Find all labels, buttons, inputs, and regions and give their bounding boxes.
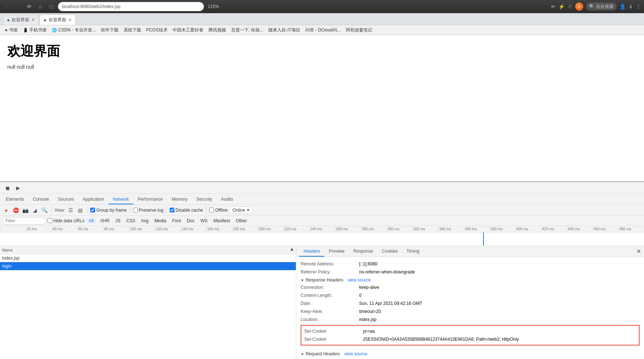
request-row-index[interactable]: index.jsp <box>0 254 296 262</box>
devtools-tab-application[interactable]: Application <box>78 195 109 204</box>
location-value: index.jsp <box>359 316 376 323</box>
filter-other[interactable]: Other <box>234 218 249 224</box>
tab-label-2: 欢迎界面 <box>49 17 66 23</box>
ruler-mark-400: 400 ms <box>515 226 541 232</box>
detail-tab-preview[interactable]: Preview <box>324 246 349 257</box>
preserve-log-checkbox[interactable] <box>133 208 138 212</box>
disable-cache-label[interactable]: Disable cache <box>170 208 203 213</box>
devtools-tab-console[interactable]: Console <box>29 195 53 204</box>
devtools-dock-button[interactable]: ◼ <box>3 183 12 193</box>
ruler-mark-480: 480 ms <box>618 226 644 232</box>
devtools-tab-performance[interactable]: Performance <box>133 195 167 204</box>
filter-manifest[interactable]: Manifest <box>211 218 232 224</box>
tab-favicon-1: ● <box>7 18 10 23</box>
star-icon[interactable]: ✏ <box>551 4 556 10</box>
disable-cache-checkbox[interactable] <box>170 208 174 212</box>
devtools: ◼ ▶ Elements Console Sources Application… <box>0 181 644 359</box>
devtools-tab-memory[interactable]: Memory <box>167 195 192 204</box>
bookmark-item-1[interactable]: ★ 书签 <box>2 26 20 34</box>
hide-data-urls-label[interactable]: Hide data URLs <box>48 218 84 223</box>
filter-button[interactable]: ◢ <box>31 206 39 214</box>
offline-label[interactable]: Offline <box>209 208 227 213</box>
filter-js[interactable]: JS <box>113 218 123 224</box>
resize-handle[interactable] <box>294 246 296 359</box>
request-headers-view-source[interactable]: view source <box>344 351 367 356</box>
bookmark-item-12[interactable]: 阿初放窗笔记 <box>344 26 374 34</box>
forward-button[interactable]: → <box>14 2 23 11</box>
detail-tab-response[interactable]: Response <box>349 246 377 257</box>
settings-icon[interactable]: ⋮ <box>636 4 641 10</box>
reload-button[interactable]: ⟳ <box>25 2 34 11</box>
detail-tab-timing[interactable]: Timing <box>402 246 424 257</box>
hide-data-urls-checkbox[interactable] <box>48 218 52 223</box>
devtools-tab-security[interactable]: Security <box>192 195 216 204</box>
connection-key: Connection: <box>301 284 359 291</box>
devtools-tab-sources[interactable]: Sources <box>53 195 78 204</box>
back-button[interactable]: ← <box>3 2 12 11</box>
request-headers-arrow[interactable]: ▼ <box>301 352 304 356</box>
filter-xhr[interactable]: XHR <box>98 218 112 224</box>
bookmark-item-4[interactable]: 软件下载 <box>99 26 121 34</box>
devtools-inspect-button[interactable]: ▶ <box>13 183 23 193</box>
filter-media[interactable]: Media <box>152 218 169 224</box>
search-network-button[interactable]: 🔍 <box>40 206 48 214</box>
search-box[interactable]: 🔍 在此搜索 <box>586 3 617 11</box>
bookmark-label-1: 书签 <box>9 27 18 33</box>
devtools-tabs: Elements Console Sources Application Net… <box>0 194 644 205</box>
devtools-tab-elements[interactable]: Elements <box>1 195 29 204</box>
home-button[interactable]: ⌂ <box>36 2 45 11</box>
preserve-log-label[interactable]: Preserve log <box>133 208 163 213</box>
bookmark-item-11[interactable]: 问答 - DCloud问... <box>303 26 343 34</box>
clear-button[interactable]: ⛔ <box>12 206 20 214</box>
detail-tab-headers[interactable]: Headers <box>299 246 324 257</box>
filter-img[interactable]: Img <box>139 218 151 224</box>
user-icon[interactable]: 👤 <box>619 4 626 10</box>
request-name-login: login <box>2 264 75 269</box>
filter-css[interactable]: CSS <box>124 218 138 224</box>
record-button[interactable]: ● <box>2 206 10 214</box>
tab-close-2[interactable]: ✕ <box>68 18 72 22</box>
offline-checkbox[interactable] <box>209 208 214 212</box>
bookmark-item-9[interactable]: 百度一下, 你就... <box>229 26 266 34</box>
address-bar[interactable]: localhost:8080/web2/index.jsp <box>58 2 204 11</box>
browser-top-bar: ← → ⟳ ⌂ □ localhost:8080/web2/index.jsp … <box>0 0 644 13</box>
bookmark-item-7[interactable]: 中国木工爱好者 <box>170 26 206 34</box>
bookmark-item-10[interactable]: 随来入此-IT项目 <box>266 26 302 34</box>
filter-font[interactable]: Font <box>170 218 183 224</box>
ruler-mark-220: 220 ms <box>283 226 309 232</box>
bookmark-item-2[interactable]: 📱 手机书签 <box>21 26 49 34</box>
response-headers-arrow[interactable]: ▼ <box>301 278 304 282</box>
devtools-tab-audits[interactable]: Audits <box>216 195 237 204</box>
filter-all[interactable]: All <box>86 218 97 224</box>
bookmark-item-3[interactable]: 🌐 CSDN - 专业开发... <box>50 26 98 34</box>
tab-close-1[interactable]: ✕ <box>31 18 35 22</box>
download-icon[interactable]: ⇓ <box>629 4 633 10</box>
bookmark-item-5[interactable]: 系统下载 <box>121 26 143 34</box>
tab-toggle-button[interactable]: □ <box>47 2 56 11</box>
view-large-button[interactable]: ▤ <box>76 206 84 214</box>
group-by-frame-label[interactable]: Group by frame <box>90 208 127 213</box>
keep-alive-value: timeout=20 <box>359 308 381 315</box>
tab-welcome-2[interactable]: ● 欢迎界面 ✕ <box>39 15 75 25</box>
online-dropdown[interactable]: Online ▼ <box>229 207 253 214</box>
bookmark-item-6[interactable]: PCOS技术 <box>144 26 170 34</box>
group-by-frame-checkbox[interactable] <box>90 208 95 212</box>
bookmark-label-3: CSDN - 专业开发... <box>58 27 96 33</box>
lightning-icon[interactable]: ⚡ <box>558 4 565 10</box>
detail-tab-cookies[interactable]: Cookies <box>377 246 402 257</box>
screenshot-button[interactable]: 📷 <box>21 206 29 214</box>
avatar[interactable]: A <box>575 3 583 11</box>
view-list-button[interactable]: ☰ <box>67 206 75 214</box>
bookmark-item-8[interactable]: 腾讯视频 <box>206 26 228 34</box>
response-headers-view-source[interactable]: view source <box>348 277 371 283</box>
details-close-button[interactable]: ✕ <box>636 249 641 254</box>
request-row-login[interactable]: login <box>0 262 296 270</box>
details-content: Remote Address: [::1]:8080 Referrer Poli… <box>296 257 644 359</box>
filter-doc[interactable]: Doc <box>185 218 197 224</box>
cast-icon[interactable]: ☃ <box>568 4 572 10</box>
filter-ws[interactable]: WS <box>198 218 210 224</box>
filter-input[interactable] <box>2 217 46 224</box>
devtools-tab-network[interactable]: Network <box>109 195 133 204</box>
tab-welcome-1[interactable]: ● 欢迎界面 ✕ <box>3 15 39 25</box>
panel-collapse-button[interactable]: ▲ <box>289 246 294 252</box>
